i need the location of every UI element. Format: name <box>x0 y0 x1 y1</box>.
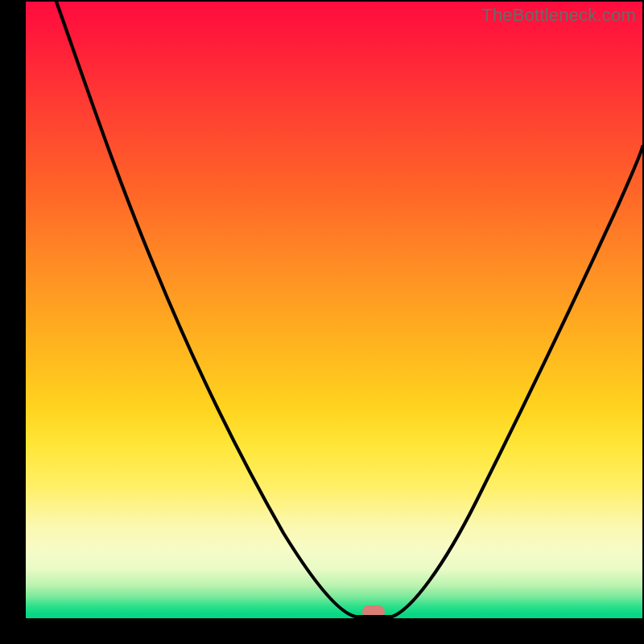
plot-area <box>26 2 642 618</box>
bottleneck-curve <box>26 2 642 618</box>
chart-frame: TheBottleneck.com <box>0 0 644 644</box>
watermark-text: TheBottleneck.com <box>481 5 636 26</box>
curve-path <box>56 2 642 617</box>
